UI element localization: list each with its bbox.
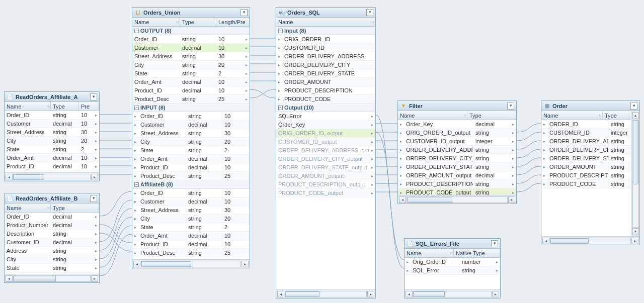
table-row[interactable]: Statestring▸ [5,264,99,272]
scroll-left-icon[interactable]: ◂ [406,291,413,297]
table-row[interactable]: ▸Order_Amtdecimal10 [132,232,250,240]
panel-orders-sql[interactable]: sql Orders_SQL ▾ Name○ −Input (8)▸ORIG_O… [276,7,376,298]
sort-icon[interactable]: ○ [47,206,49,210]
scroll-right-icon[interactable]: ▸ [631,238,638,244]
port-in-icon[interactable]: ▸ [276,88,282,93]
port-in-icon[interactable]: ▸ [541,173,547,178]
scroll-left-icon[interactable]: ◂ [6,275,13,282]
table-row[interactable]: ORDER_DELIVERY_ADDRESS_output▸ [276,146,375,155]
table-row[interactable]: ▸ORDER_DELIVERY_CITY_...string▸ [398,154,516,163]
port-in-icon[interactable]: ▸ [132,174,138,178]
group-header[interactable]: −AffiliateB (8) [132,180,250,189]
table-row[interactable]: Street_Addressstring30▸ [5,128,99,137]
port-in-icon[interactable]: ▸ [132,242,138,247]
port-out-icon[interactable]: ▸ [93,223,99,228]
table-row[interactable]: Order_IDstring10▸ [132,35,250,44]
table-row[interactable]: ▸ORDER_DELIVERY_STATE...string▸ [398,163,516,171]
table-row[interactable]: Product_IDdecimal10▸ [5,162,99,171]
port-in-icon[interactable]: ▸ [132,131,138,136]
table-row[interactable]: ▸Customerdecimal10 [132,121,250,129]
scroll-down-icon[interactable]: ▾ [632,228,639,235]
panel-menu-button[interactable]: ▾ [630,103,637,110]
port-out-icon[interactable]: ▸ [369,191,375,195]
port-out-icon[interactable]: ▸ [93,249,99,253]
port-out-icon[interactable]: ▸ [93,147,99,152]
titlebar[interactable]: ⋃ Orders_Union ▾ [132,8,250,18]
table-row[interactable]: ORIG_ORDER_ID_output▸ [276,129,375,138]
table-row[interactable]: ▸ORDER_DELIVERY_ST...string [541,154,639,163]
table-row[interactable]: Order_IDdecimal▸ [5,213,99,221]
table-row[interactable]: Citystring20▸ [5,137,99,145]
table-row[interactable]: Statestring2▸ [5,145,99,154]
port-out-icon[interactable]: ▸ [244,71,250,76]
port-out-icon[interactable]: ▸ [369,165,375,170]
panel-menu-button[interactable]: ▾ [90,195,97,202]
scroll-left-icon[interactable]: ◂ [277,291,284,297]
port-out-icon[interactable]: ▸ [93,240,99,245]
collapse-icon[interactable]: − [134,182,139,187]
table-row[interactable]: ▸Statestring2 [132,146,250,155]
table-row[interactable]: ▸CUSTOMER_IDinteger [541,129,639,137]
table-row[interactable]: ▸PRODUCT_CODEstring [541,180,639,188]
table-row[interactable]: Order_Amtdecimal10▸ [5,154,99,162]
table-row[interactable]: ▸CUSTOMER_ID_outputinteger▸ [398,137,516,146]
table-row[interactable]: ▸ORDER_IDstring [541,120,639,129]
table-row[interactable]: Order_IDstring10▸ [5,111,99,120]
table-row[interactable]: ▸Product_Descstring25 [132,249,250,257]
table-row[interactable]: ▸Product_Descstring25 [132,172,250,180]
port-in-icon[interactable]: ▸ [132,208,138,213]
port-out-icon[interactable]: ▸ [369,182,375,187]
port-in-icon[interactable]: ▸ [132,225,138,230]
port-out-icon[interactable]: ▸ [93,130,99,135]
titlebar[interactable]: 📄 ReadOrders_Affiliate_A ▾ [5,92,99,102]
port-in-icon[interactable]: ▸ [132,157,138,161]
port-in-icon[interactable]: ▸ [276,63,282,67]
port-in-icon[interactable]: ▸ [398,156,404,161]
scroll-left-icon[interactable]: ◂ [542,238,549,244]
table-row[interactable]: ▸ORDER_DELIVERY_ADDR...string▸ [398,146,516,154]
port-out-icon[interactable]: ▸ [244,63,250,67]
table-row[interactable]: ▸PRODUCT_DESCRIPTI...string [541,171,639,180]
port-in-icon[interactable]: ▸ [398,148,404,152]
hscroll[interactable]: ◂ ▸ [132,259,250,268]
titlebar[interactable]: ▦ Order ▾ [541,101,639,111]
sort-icon[interactable]: ○ [450,251,452,255]
port-out-icon[interactable]: ▸ [93,156,99,160]
hscroll[interactable]: ◂ ▸ [5,172,99,181]
table-row[interactable]: Street_Addressstring30▸ [132,52,250,61]
sort-icon[interactable]: ○ [371,20,374,24]
sort-icon[interactable]: ○ [599,113,601,118]
scroll-up-icon[interactable]: ▴ [632,112,639,119]
table-row[interactable]: ▸Street_Addressstring30 [132,129,250,138]
panel-sql-errors-file[interactable]: 📄 SQL_Errors_File ▾ Name○ Native Type ▸O… [404,238,501,298]
port-in-icon[interactable]: ▸ [276,37,282,42]
table-row[interactable]: ▸ORIG_ORDER_ID [276,35,375,44]
port-out-icon[interactable]: ▸ [494,268,500,273]
port-in-icon[interactable]: ▸ [132,140,138,144]
port-out-icon[interactable]: ▸ [244,80,250,84]
port-in-icon[interactable]: ▸ [541,182,547,186]
port-out-icon[interactable]: ▸ [369,123,375,127]
titlebar[interactable]: sql Orders_SQL ▾ [276,8,375,18]
port-in-icon[interactable]: ▸ [398,190,404,195]
port-in-icon[interactable]: ▸ [276,97,282,102]
table-row[interactable]: Order_Key▸ [276,121,375,129]
scroll-right-icon[interactable]: ▸ [492,291,499,297]
table-row[interactable]: ▸CUSTOMER_ID [276,44,375,52]
port-in-icon[interactable]: ▸ [132,123,138,127]
table-row[interactable]: ▸ORDER_AMOUNT [276,78,375,86]
hscroll[interactable]: ◂ ▸ [276,289,375,298]
port-out-icon[interactable]: ▸ [93,232,99,236]
table-row[interactable]: ▸Citystring20 [132,138,250,146]
port-out-icon[interactable]: ▸ [93,139,99,143]
collapse-icon[interactable]: − [278,106,283,110]
panel-readorders-affiliate-b[interactable]: 📄 ReadOrders_Affiliate_B ▾ Name○ Type Or… [4,193,100,283]
port-in-icon[interactable]: ▸ [132,148,138,153]
hscroll[interactable]: ◂ ▸ [5,274,99,282]
panel-filter[interactable]: ▼ Filter ▾ Name○ Type ▸Order_Keydecimal▸… [397,100,517,204]
port-out-icon[interactable]: ▸ [510,122,516,127]
port-out-icon[interactable]: ▸ [510,139,516,144]
table-row[interactable]: Product_IDdecimal10▸ [132,86,250,95]
table-row[interactable]: Product_Numberdecimal▸ [5,221,99,230]
port-out-icon[interactable]: ▸ [244,97,250,102]
